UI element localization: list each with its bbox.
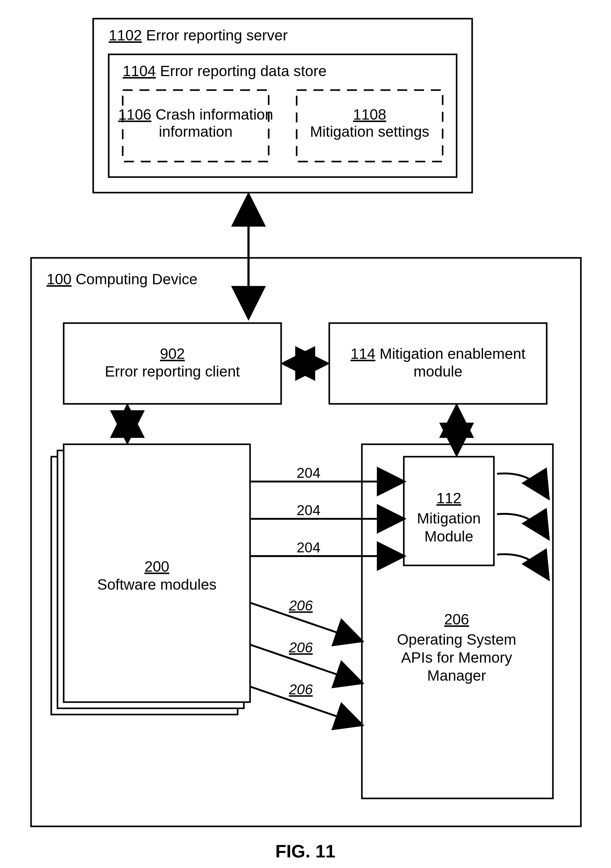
label-mitigation-settings: Mitigation settings	[310, 123, 429, 140]
label-error-reporting-client: Error reporting client	[105, 363, 240, 380]
box-mitigation-module: 112 Mitigation Module	[404, 457, 494, 566]
label-mitigation-enablement-2: module	[413, 363, 462, 380]
arrows-mitmodule-out	[497, 473, 547, 576]
arrow-label-206-3: 206	[288, 681, 313, 698]
ref-200: 200	[144, 558, 169, 575]
label-os-apis-1: Operating System	[397, 631, 516, 648]
label-mitigation-module-1: Mitigation	[417, 510, 481, 527]
ref-1106: 1106	[118, 106, 152, 123]
svg-text:1104 Error reporting data stor: 1104 Error reporting data store	[123, 63, 326, 79]
label-error-reporting-datastore: Error reporting data store	[160, 63, 326, 79]
label-os-apis-2: APIs for Memory	[401, 649, 512, 666]
label-error-reporting-server: Error reporting server	[146, 27, 288, 43]
ref-1102: 1102	[109, 27, 142, 43]
label-crash-information: Crash information	[156, 106, 273, 123]
svg-text:1106 Crash information: 1106 Crash information	[118, 106, 273, 123]
box-error-reporting-client: 902 Error reporting client	[64, 323, 281, 404]
box-computing-device: 100 Computing Device 902 Error reporting…	[31, 258, 581, 826]
arrow-label-204-3: 204	[297, 539, 321, 555]
ref-206: 206	[444, 611, 469, 628]
arrow-label-206-1: 206	[288, 597, 313, 614]
label-mitigation-module-2: Module	[424, 528, 473, 545]
ref-1104: 1104	[123, 63, 156, 79]
box-error-reporting-server: 1102 Error reporting server 1104 Error r…	[93, 19, 472, 192]
box-software-modules-stack: 200 Software modules	[51, 444, 250, 715]
ref-112: 112	[436, 490, 461, 506]
svg-text:100 Computing Device: 100 Computing Device	[47, 271, 198, 287]
ref-1108: 1108	[353, 106, 386, 123]
arrow-label-204-1: 204	[297, 465, 321, 481]
figure-caption: FIG. 11	[275, 841, 335, 861]
architecture-diagram: 1102 Error reporting server 1104 Error r…	[0, 0, 611, 868]
arrows-206: 206 206 206	[250, 597, 359, 724]
box-error-reporting-datastore: 1104 Error reporting data store 1106 Cra…	[109, 54, 457, 177]
label-computing-device: Computing Device	[76, 271, 197, 287]
ref-114: 114	[350, 346, 375, 362]
box-mitigation-settings: 1108 Mitigation settings	[297, 90, 443, 161]
svg-text:114 Mitigation enablement: 114 Mitigation enablement	[350, 346, 525, 362]
label-crash-information-2: information	[159, 123, 233, 140]
arrows-204: 204 204 204	[250, 465, 401, 556]
box-crash-information: 1106 Crash information information	[118, 90, 273, 161]
label-software-modules: Software modules	[97, 576, 217, 593]
box-mitigation-enablement: 114 Mitigation enablement module	[329, 323, 547, 404]
ref-902: 902	[160, 346, 185, 362]
ref-100: 100	[47, 271, 71, 287]
svg-text:1102 Error reporting server: 1102 Error reporting server	[109, 27, 288, 43]
label-mitigation-enablement-1: Mitigation enablement	[380, 346, 526, 362]
arrow-label-204-2: 204	[297, 502, 321, 518]
svg-rect-0	[93, 19, 472, 192]
label-os-apis-3: Manager	[427, 667, 486, 684]
arrow-label-206-2: 206	[288, 639, 313, 656]
